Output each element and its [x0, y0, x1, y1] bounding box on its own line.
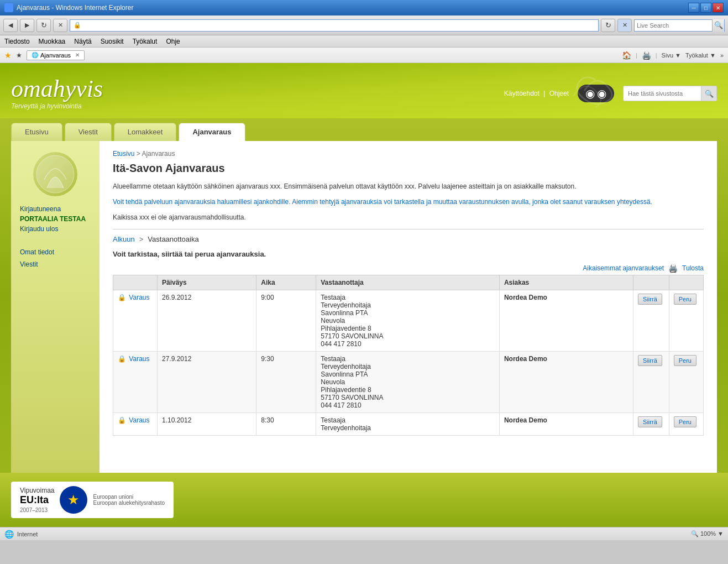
siirra-button-2[interactable]: Siirrä — [638, 355, 662, 366]
favorites-star[interactable]: ★ — [4, 51, 12, 60]
breadcrumb: Etusivu > Ajanvaraus — [113, 150, 704, 158]
booking-customer-3: Nordea Demo — [499, 413, 633, 436]
peru-button-2[interactable]: Peru — [674, 355, 696, 366]
menu-view[interactable]: Näytä — [74, 38, 91, 45]
tab-close-icon[interactable]: ✕ — [75, 52, 80, 58]
eu-vipuvoimaa: Vipuvoimaa EU:lta — [20, 487, 54, 506]
browser-titlebar: Ajanvaraus - Windows Internet Explorer ─… — [0, 0, 728, 15]
tab-icon: 🌐 — [32, 52, 38, 58]
favorites-tab-ajanvaraus[interactable]: 🌐 Ajanvaraus ✕ — [27, 50, 85, 60]
booking-type-link-2[interactable]: Varaus — [129, 355, 149, 363]
address-bar[interactable]: 🔒 https://testisiointi.hyvis.fi/ltasavo/… — [70, 19, 599, 32]
tab-ajanvaraus[interactable]: Ajanvaraus — [179, 123, 245, 141]
step-alkuun[interactable]: Alkuun — [113, 235, 135, 243]
sidebar-my-info[interactable]: Omat tiedot — [20, 248, 91, 256]
minimize-button[interactable]: ─ — [688, 3, 699, 13]
booking-action-peru-2: Peru — [669, 352, 703, 413]
back-button[interactable]: ◀ — [3, 19, 18, 32]
status-bar: 🌐 Internet 🔍 100% ▼ — [0, 527, 728, 540]
booking-action-siirra-1: Siirrä — [633, 290, 669, 352]
bookings-table: Päiväys Aika Vastaanottaja Asiakas � — [113, 275, 704, 436]
print-table-icon[interactable]: 🖨️ — [668, 264, 678, 273]
booking-lock-icon: 🔒 — [118, 294, 126, 301]
intro-paragraph3: Kaikissa xxx ei ole ajanvarausmahdollisu… — [113, 212, 704, 222]
browser-icon — [4, 3, 13, 12]
booking-time-2: 9:30 — [256, 352, 316, 413]
stop-page-button[interactable]: ✕ — [617, 19, 632, 32]
col-date: Päiväys — [158, 275, 256, 290]
sidebar-logged-in-label: Kirjautuneena — [20, 205, 91, 213]
decorative-swirl — [551, 69, 617, 113]
print-link[interactable]: Tulosta — [682, 264, 704, 272]
content-area: Kirjautuneena PORTAALIA TESTAA Kirjaudu … — [11, 141, 717, 473]
sidebar-portal-test[interactable]: PORTAALIA TESTAA — [20, 215, 91, 223]
sidebar-logged-in: Kirjautuneena PORTAALIA TESTAA Kirjaudu … — [20, 205, 91, 233]
eu-text-area: Vipuvoimaa EU:lta 2007–2013 — [20, 487, 54, 513]
booking-notice: Voit tarkistaa, siirtää tai perua ajanva… — [113, 250, 704, 258]
menu-tools[interactable]: Työkalut — [133, 38, 158, 45]
lock-icon: 🔒 — [74, 22, 81, 29]
address-input[interactable]: https://testisiointi.hyvis.fi/ltasavo/fi… — [83, 22, 595, 29]
siirra-button-3[interactable]: Siirrä — [638, 416, 662, 427]
stop-button[interactable]: ✕ — [53, 19, 67, 32]
live-search-input[interactable] — [635, 22, 712, 29]
user-avatar — [33, 152, 77, 196]
booking-date-3: 1.10.2012 — [158, 413, 256, 436]
favorites-bar: ★ ★ 🌐 Ajanvaraus ✕ 🏠 | 🖨️ | Sivu ▼ Työka… — [0, 48, 728, 63]
toolbar-extend[interactable]: » — [720, 52, 724, 59]
booking-lock-icon-2: 🔒 — [118, 355, 126, 363]
booking-type-link-3[interactable]: Varaus — [129, 416, 149, 424]
booking-date-2: 27.9.2012 — [158, 352, 256, 413]
page-menu[interactable]: Sivu ▼ — [662, 52, 681, 59]
intro-paragraph1: Alueellamme otetaan käyttöön sähköinen a… — [113, 181, 704, 191]
print-toolbar-icon[interactable]: 🖨️ — [642, 51, 651, 60]
refresh-button[interactable]: ↻ — [36, 19, 51, 32]
favorites-add[interactable]: ★ — [16, 51, 22, 59]
col-action2 — [669, 275, 703, 290]
status-left: 🌐 Internet — [4, 530, 38, 539]
siirra-button-1[interactable]: Siirrä — [638, 294, 662, 305]
terms-link[interactable]: Käyttöehdot — [504, 90, 540, 97]
eu-badge: ★ — [60, 486, 87, 514]
close-button[interactable]: ✕ — [713, 3, 724, 13]
site-search-input[interactable] — [624, 90, 701, 97]
booking-type-cell: 🔒 Varaus — [113, 352, 158, 413]
breadcrumb-current: Ajanvaraus — [142, 150, 175, 158]
booking-type-link-1[interactable]: Varaus — [129, 294, 149, 301]
main-nav: Etusivu Viestit Lomakkeet Ajanvaraus — [0, 123, 728, 141]
booking-customer-2: Nordea Demo — [499, 352, 633, 413]
zone-label: Internet — [17, 531, 38, 537]
window-controls: ─ □ ✕ — [688, 3, 724, 13]
tab-lomakkeet[interactable]: Lomakkeet — [114, 123, 177, 141]
table-body: 🔒 Varaus 26.9.2012 9:00 Testaaja Terveyd… — [113, 290, 704, 436]
forward-button[interactable]: ▶ — [20, 19, 34, 32]
browser-page-tools: 🏠 | 🖨️ | Sivu ▼ Työkalut ▼ » — [622, 51, 724, 60]
refresh-page-button[interactable]: ↻ — [601, 19, 615, 32]
tab-viestit[interactable]: Viestit — [65, 123, 112, 141]
site-search-button[interactable]: 🔍 — [701, 86, 716, 101]
step-vastaanottoaika: Vastaanottoaika — [148, 235, 198, 243]
earlier-bookings-link[interactable]: Aikaisemmat ajanvaraukset — [583, 264, 664, 272]
menu-file[interactable]: Tiedosto — [4, 38, 30, 45]
tab-etusivu[interactable]: Etusivu — [11, 123, 62, 141]
peru-button-1[interactable]: Peru — [674, 294, 696, 305]
booking-time-1: 9:00 — [256, 290, 316, 352]
home-icon[interactable]: 🏠 — [622, 51, 631, 60]
maximize-button[interactable]: □ — [700, 3, 711, 13]
site-search: 🔍 — [623, 86, 717, 101]
menu-help[interactable]: Ohje — [166, 38, 180, 45]
booking-type-cell: 🔒 Varaus — [113, 413, 158, 436]
sidebar-logout[interactable]: Kirjaudu ulos — [20, 225, 91, 233]
intro-paragraph2: Voit tehdä palveluun ajanvarauksia halua… — [113, 197, 704, 207]
booking-type-cell: 🔒 Varaus — [113, 290, 158, 352]
sidebar-messages[interactable]: Viestit — [20, 260, 91, 268]
menu-favorites[interactable]: Suosikit — [101, 38, 124, 45]
sidebar-section-main: Omat tiedot Viestit — [20, 248, 91, 268]
tools-menu[interactable]: Työkalut ▼ — [685, 52, 716, 59]
col-action1 — [633, 275, 669, 290]
peru-button-3[interactable]: Peru — [674, 416, 696, 427]
menu-edit[interactable]: Muokkaa — [39, 38, 66, 45]
booking-date-1: 26.9.2012 — [158, 290, 256, 352]
breadcrumb-home[interactable]: Etusivu — [113, 150, 134, 158]
search-submit-button[interactable]: 🔍 — [712, 19, 724, 32]
